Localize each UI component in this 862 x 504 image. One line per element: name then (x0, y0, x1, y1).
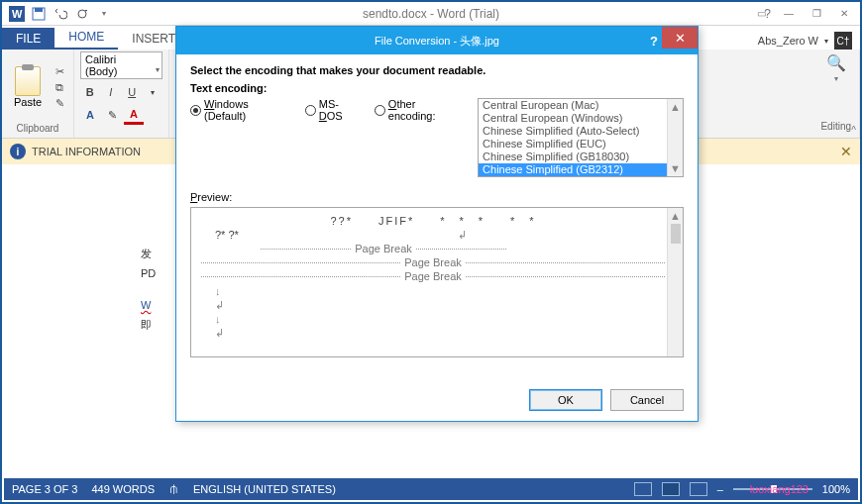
read-mode-icon[interactable] (634, 482, 652, 496)
highlight-icon[interactable]: ✎ (102, 105, 122, 125)
underline-button[interactable]: U (123, 82, 142, 102)
list-item[interactable]: Central European (Mac) (479, 99, 683, 112)
listbox-scrollbar[interactable]: ▲▼ (667, 99, 683, 176)
ribbon-display-icon[interactable]: ▭ (747, 5, 775, 23)
trial-close-button[interactable]: ✕ (840, 144, 852, 159)
italic-button[interactable]: I (101, 82, 120, 102)
text-effects-icon[interactable]: A (80, 105, 100, 125)
list-item[interactable]: Chinese Simplified (EUC) (479, 138, 683, 151)
quick-access-toolbar: W ▾ sendto.docx - Word (Trial) ? ▭ — ❐ ✕ (2, 2, 860, 26)
page-indicator[interactable]: PAGE 3 OF 3 (12, 483, 77, 495)
tab-home[interactable]: HOME (54, 26, 118, 50)
list-item[interactable]: Chinese Simplified (Auto-Select) (479, 125, 683, 138)
copy-icon[interactable]: ⧉ (52, 80, 67, 94)
zoom-level[interactable]: 100% (822, 483, 850, 495)
encoding-listbox[interactable]: Central European (Mac) Central European … (478, 98, 684, 177)
paste-label: Paste (14, 96, 42, 108)
trial-label: TRIAL INFORMATION (32, 146, 141, 157)
font-more-icon[interactable]: ▾ (144, 82, 162, 102)
preview-label: Preview: (190, 191, 684, 203)
watermark-text: luoxiang123 (750, 483, 808, 495)
cancel-button[interactable]: Cancel (610, 389, 684, 411)
maximize-button[interactable]: ❐ (803, 5, 830, 23)
cut-icon[interactable]: ✂ (52, 64, 67, 78)
group-clipboard: Paste ✂ ⧉ ✎ Clipboard (2, 50, 74, 138)
account-area[interactable]: Abs_Zero W ▾ C† (758, 32, 852, 50)
editing-group-label: Editing (820, 121, 851, 134)
clipboard-group-label: Clipboard (8, 123, 67, 136)
file-conversion-dialog: File Conversion - 头像.jpg ? ✕ Select the … (175, 26, 699, 422)
info-icon: i (10, 144, 26, 159)
bold-button[interactable]: B (80, 82, 99, 102)
page-break-marker: Page Break (201, 256, 665, 268)
account-avatar-icon[interactable]: C† (834, 32, 852, 50)
list-item[interactable]: Chinese Simplified (GB2312) (479, 163, 683, 176)
minimize-button[interactable]: — (775, 5, 803, 23)
close-button[interactable]: ✕ (830, 5, 858, 23)
dialog-instruction: Select the encoding that makes your docu… (190, 64, 684, 76)
page-break-marker: Page Break (201, 270, 665, 282)
svg-point-4 (78, 10, 86, 18)
svg-text:W: W (12, 8, 23, 20)
page-break-marker: Page Break (261, 243, 506, 254)
word-count[interactable]: 449 WORDS (91, 483, 155, 495)
redo-icon[interactable] (71, 4, 93, 24)
format-painter-icon[interactable]: ✎ (52, 96, 67, 110)
qat-customize-icon[interactable]: ▾ (93, 4, 115, 24)
dialog-close-button[interactable]: ✕ (662, 27, 698, 49)
list-item[interactable]: Chinese Simplified (GB18030) (479, 151, 683, 163)
account-dropdown-icon: ▾ (824, 37, 828, 46)
ok-button[interactable]: OK (529, 389, 602, 411)
undo-icon[interactable] (50, 4, 71, 24)
account-name: Abs_Zero W (758, 35, 818, 47)
tab-file[interactable]: FILE (2, 28, 54, 50)
language-indicator[interactable]: ENGLISH (UNITED STATES) (193, 483, 336, 495)
clipboard-icon (15, 66, 41, 96)
radio-ms-dos[interactable]: MS-DOS (305, 98, 363, 122)
dialog-title: File Conversion - 头像.jpg (375, 34, 499, 49)
dialog-titlebar[interactable]: File Conversion - 头像.jpg ? ✕ (176, 27, 698, 54)
preview-panel: ??* JFIF* * * * * * ?* ?*↲ Page Break Pa… (190, 207, 684, 357)
print-layout-icon[interactable] (662, 482, 680, 496)
radio-other-encoding[interactable]: Other encoding: (375, 98, 466, 122)
text-encoding-label: Text encoding: (190, 82, 684, 94)
status-bar: PAGE 3 OF 3 449 WORDS ⫛ ENGLISH (UNITED … (4, 478, 858, 500)
web-layout-icon[interactable] (690, 482, 707, 496)
find-icon[interactable]: 🔍 (826, 53, 846, 72)
radio-dot-icon (305, 105, 316, 116)
preview-text: ?* ?*↲ (201, 229, 665, 241)
font-color-icon[interactable]: A (124, 105, 144, 125)
radio-dot-icon (190, 105, 201, 116)
preview-scrollbar[interactable]: ▲ (667, 208, 683, 356)
zoom-out-button[interactable]: – (717, 483, 723, 495)
group-font: Calibri (Body) B I U ▾ A ✎ A (74, 50, 169, 138)
list-item[interactable]: Central European (Windows) (479, 112, 683, 125)
word-icon[interactable]: W (6, 4, 28, 24)
dialog-help-icon[interactable]: ? (650, 34, 658, 49)
font-name-select[interactable]: Calibri (Body) (80, 51, 162, 79)
spellcheck-icon[interactable]: ⫛ (168, 483, 179, 495)
window-title: sendto.docx - Word (Trial) (363, 7, 499, 21)
preview-text: ↓↲↓↲ (201, 284, 665, 340)
collapse-ribbon-icon[interactable]: ^ (851, 125, 856, 136)
svg-rect-3 (35, 8, 43, 12)
radio-dot-icon (375, 105, 385, 116)
paste-button[interactable]: Paste (8, 66, 48, 108)
preview-text: ??* JFIF* * * * * * (201, 214, 665, 229)
save-icon[interactable] (28, 4, 50, 24)
radio-windows-default[interactable]: Windows (Default) (190, 98, 293, 122)
